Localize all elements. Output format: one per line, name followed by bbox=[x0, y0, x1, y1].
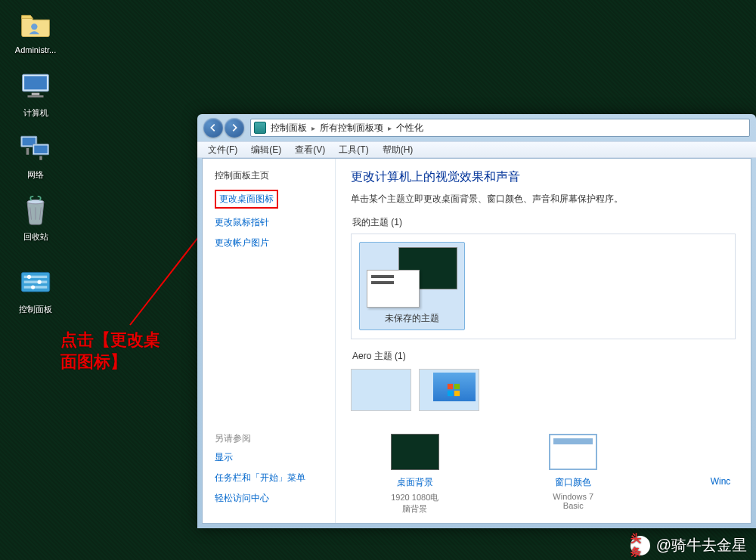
svg-rect-2 bbox=[24, 76, 47, 90]
svg-rect-21 bbox=[448, 384, 453, 389]
my-themes-label: 我的主题 (1) bbox=[352, 216, 736, 229]
sidebar-link-change-pointer[interactable]: 更改鼠标指针 bbox=[215, 216, 323, 229]
desktop-icon-network[interactable]: 网络 bbox=[9, 130, 62, 181]
svg-rect-23 bbox=[448, 391, 453, 396]
menu-file[interactable]: 文件(F) bbox=[202, 142, 243, 158]
sidebar-link-change-desktop-icons[interactable]: 更改桌面图标 bbox=[215, 190, 278, 209]
svg-rect-4 bbox=[28, 95, 44, 97]
aero-theme-thumb[interactable] bbox=[419, 369, 479, 411]
aero-themes-label: Aero 主题 (1) bbox=[352, 350, 736, 363]
window-color-item[interactable]: 窗口颜色 Windows 7 Basic bbox=[547, 434, 600, 515]
chevron-right-icon: ▸ bbox=[388, 124, 392, 132]
personalization-icon bbox=[254, 122, 266, 134]
breadcrumb[interactable]: 控制面板 ▸ 所有控制面板项 ▸ 个性化 bbox=[250, 119, 750, 137]
menu-bar: 文件(F) 编辑(E) 查看(V) 工具(T) 帮助(H) bbox=[197, 141, 756, 158]
cut-icon bbox=[705, 434, 751, 470]
svg-rect-9 bbox=[26, 148, 29, 155]
svg-point-16 bbox=[27, 275, 31, 279]
svg-point-17 bbox=[38, 280, 42, 284]
windows-logo-icon bbox=[447, 383, 460, 397]
main-content: 更改计算机上的视觉效果和声音 单击某个主题立即更改桌面背景、窗口颜色、声音和屏幕… bbox=[335, 159, 751, 523]
menu-tools[interactable]: 工具(T) bbox=[333, 142, 374, 158]
control-panel-window: 控制面板 ▸ 所有控制面板项 ▸ 个性化 文件(F) 编辑(E) 查看(V) 工… bbox=[197, 114, 756, 528]
svg-rect-10 bbox=[39, 156, 42, 160]
svg-rect-14 bbox=[24, 280, 48, 283]
aero-theme-thumb[interactable] bbox=[351, 369, 411, 411]
svg-rect-24 bbox=[454, 391, 460, 396]
desktop-icon-recycle-bin[interactable]: 回收站 bbox=[9, 192, 62, 243]
desktop-icon-label: 控制面板 bbox=[9, 304, 62, 315]
desktop-icon-control-panel[interactable]: 控制面板 bbox=[9, 265, 62, 315]
svg-point-18 bbox=[31, 285, 35, 289]
svg-rect-8 bbox=[34, 146, 48, 154]
desktop-icon-label: 计算机 bbox=[9, 107, 62, 119]
nav-back-button[interactable] bbox=[203, 118, 223, 138]
watermark-author: @骑牛去金星 bbox=[656, 535, 747, 555]
watermark: 头条 @骑牛去金星 bbox=[631, 535, 747, 555]
cut-item[interactable]: Winc bbox=[705, 434, 736, 515]
sidebar-link-ease[interactable]: 轻松访问中心 bbox=[215, 492, 323, 505]
svg-rect-22 bbox=[454, 384, 460, 389]
bottom-settings-row: 桌面背景 1920 1080电脑背景 窗口颜色 Windows 7 Basic … bbox=[351, 434, 736, 515]
sidebar-seealso-title: 另请参阅 bbox=[215, 432, 323, 445]
folder-icon bbox=[17, 6, 54, 42]
desktop-icon-computer[interactable]: 计算机 bbox=[9, 68, 62, 119]
aero-themes-panel[interactable] bbox=[351, 369, 736, 411]
address-bar: 控制面板 ▸ 所有控制面板项 ▸ 个性化 bbox=[197, 114, 756, 141]
svg-rect-15 bbox=[24, 286, 48, 288]
svg-point-11 bbox=[27, 200, 44, 203]
sidebar: 控制面板主页 更改桌面图标 更改鼠标指针 更改帐户图片 另请参阅 显示 任务栏和… bbox=[203, 159, 335, 523]
svg-point-0 bbox=[31, 23, 37, 29]
sidebar-home[interactable]: 控制面板主页 bbox=[215, 169, 323, 182]
page-subtext: 单击某个主题立即更改桌面背景、窗口颜色、声音和屏幕保护程序。 bbox=[351, 193, 736, 206]
desktop-icon-user-folder[interactable]: Administr... bbox=[9, 6, 62, 54]
desktop-icon-label: Administr... bbox=[9, 45, 62, 54]
page-heading: 更改计算机上的视觉效果和声音 bbox=[351, 169, 736, 185]
menu-view[interactable]: 查看(V) bbox=[289, 142, 331, 158]
menu-help[interactable]: 帮助(H) bbox=[376, 142, 420, 158]
desktop-background-item[interactable]: 桌面背景 1920 1080电脑背景 bbox=[389, 434, 442, 515]
desktop-icon-label: 回收站 bbox=[9, 231, 62, 243]
wallpaper-icon bbox=[391, 434, 439, 470]
menu-edit[interactable]: 编辑(E) bbox=[245, 142, 287, 158]
svg-rect-3 bbox=[32, 93, 40, 96]
theme-thumbnail bbox=[367, 247, 457, 308]
monitor-icon bbox=[17, 68, 54, 104]
control-panel-icon bbox=[17, 265, 54, 301]
sidebar-link-taskbar[interactable]: 任务栏和「开始」菜单 bbox=[215, 472, 323, 484]
network-icon bbox=[17, 130, 54, 166]
theme-item-unsaved[interactable]: 未保存的主题 bbox=[359, 242, 465, 330]
watermark-icon: 头条 bbox=[631, 536, 650, 555]
window-color-icon bbox=[549, 434, 597, 470]
chevron-right-icon: ▸ bbox=[311, 124, 315, 132]
annotation-callout: 点击【更改桌 面图标】 bbox=[60, 330, 160, 373]
sidebar-link-change-account-pic[interactable]: 更改帐户图片 bbox=[215, 237, 323, 249]
nav-forward-button[interactable] bbox=[225, 118, 244, 138]
sidebar-link-display[interactable]: 显示 bbox=[215, 451, 323, 464]
my-themes-panel[interactable]: 未保存的主题 bbox=[351, 234, 736, 339]
recycle-bin-icon bbox=[17, 192, 54, 228]
desktop-icon-label: 网络 bbox=[9, 169, 62, 181]
